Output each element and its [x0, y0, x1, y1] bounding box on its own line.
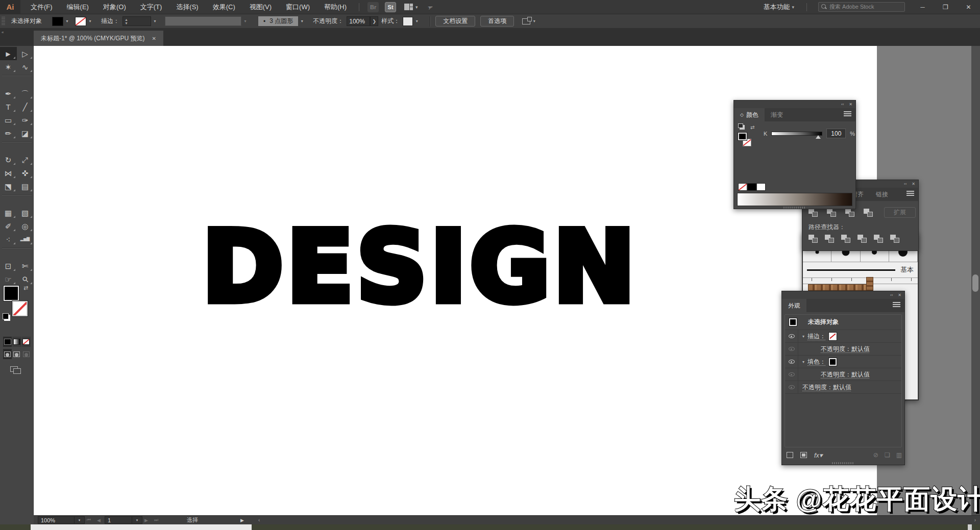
shape-builder-tool[interactable]: ⬔	[0, 180, 17, 193]
pathfinder-close-icon[interactable]: ✕	[912, 182, 915, 186]
tab-gradient[interactable]: 渐变	[765, 108, 789, 121]
horizontal-scrollbar-thumb[interactable]	[31, 524, 252, 530]
stroke-weight-stepper[interactable]: ▲▼	[122, 16, 151, 26]
opacity-expand-icon[interactable]: ❯	[370, 16, 378, 26]
divide-icon[interactable]	[808, 235, 818, 243]
curvature-tool[interactable]: ⌒	[17, 87, 34, 100]
appearance-row-stroke-opacity[interactable]: 不透明度：默认值	[785, 343, 901, 356]
color-swap-icon[interactable]: ⇄	[750, 124, 754, 130]
appearance-resize-grip[interactable]	[832, 462, 854, 464]
blend-tool[interactable]: ◎	[17, 219, 34, 233]
artboard-navigation-chevron-icon[interactable]: ▾	[132, 516, 142, 524]
color-menu-icon[interactable]	[844, 111, 851, 117]
stroke-color-chevron-icon[interactable]: ▾	[86, 17, 94, 26]
screen-mode-button[interactable]	[10, 366, 21, 374]
appearance-row-opacity[interactable]: 不透明度：默认值	[785, 381, 901, 394]
swap-fill-stroke-icon[interactable]: ⇄	[23, 285, 28, 291]
scale-tool[interactable]: ⤢	[17, 153, 34, 166]
direct-selection-tool[interactable]: ▷	[17, 47, 34, 60]
toolbar-collapse-icon[interactable]: ‹‹	[2, 30, 3, 35]
white-swatch[interactable]	[756, 183, 766, 191]
restore-button[interactable]: ❐	[934, 0, 957, 14]
chevron-down-icon[interactable]: ▾	[802, 360, 804, 364]
k-slider-thumb[interactable]	[816, 135, 821, 139]
document-setup-button[interactable]: 文档设置	[435, 16, 475, 27]
eyedropper-tool[interactable]: ✐	[0, 219, 17, 233]
tab-color[interactable]: ◇ 颜色	[734, 108, 765, 121]
type-tool[interactable]: T	[0, 100, 17, 113]
perspective-grid-tool[interactable]: ▤	[17, 180, 34, 193]
zoom-level-chevron-icon[interactable]: ▾	[75, 516, 85, 524]
brush-definition-select[interactable]: • 3 点圆形	[258, 16, 298, 26]
rectangle-tool[interactable]: ▭	[0, 113, 17, 127]
puppet-warp-tool[interactable]: ✜	[17, 166, 34, 180]
intersect-icon[interactable]	[845, 209, 854, 217]
fill-color-box[interactable]	[4, 286, 19, 301]
minus-front-icon[interactable]	[827, 209, 836, 217]
menu-select[interactable]: 选择(S)	[169, 0, 205, 14]
workspace-switcher[interactable]: 基本功能 ▾	[758, 3, 801, 12]
add-new-fill-icon[interactable]	[800, 452, 807, 458]
appearance-row-object[interactable]: 未选择对象	[785, 315, 901, 330]
draw-inside-button[interactable]	[22, 349, 31, 359]
tab-links[interactable]: 链接	[870, 188, 894, 201]
mesh-tool[interactable]: ▦	[0, 206, 17, 219]
bridge-button[interactable]: Br	[368, 2, 379, 12]
color-fill-swatch[interactable]	[738, 133, 747, 140]
default-fill-stroke-icon[interactable]	[3, 313, 9, 319]
exclude-icon[interactable]	[864, 209, 873, 217]
visibility-cell[interactable]	[785, 381, 798, 393]
stroke-color-box[interactable]	[12, 301, 28, 316]
pen-tool[interactable]: ✒	[0, 87, 17, 100]
gradient-button[interactable]	[12, 337, 21, 347]
artboard-options-icon[interactable]	[522, 18, 530, 24]
add-new-stroke-icon[interactable]	[787, 452, 793, 458]
draw-behind-button[interactable]	[12, 349, 21, 359]
appearance-row-fill[interactable]: ▾ 填色：	[785, 356, 901, 368]
outline-icon[interactable]	[874, 235, 883, 243]
k-value-input[interactable]: 100	[826, 129, 846, 138]
close-button[interactable]: ✕	[957, 0, 980, 14]
next-artboard-icon[interactable]: ▶	[144, 518, 150, 523]
rotate-tool[interactable]: ↻	[0, 153, 17, 166]
appearance-row-stroke[interactable]: ▾ 描边：	[785, 330, 901, 343]
visibility-cell[interactable]	[785, 368, 798, 381]
color-resize-grip[interactable]	[783, 207, 806, 209]
artwork-text[interactable]: DESIGN	[202, 210, 639, 324]
trim-icon[interactable]	[825, 235, 834, 243]
merge-icon[interactable]	[841, 235, 850, 243]
menu-file[interactable]: 文件(F)	[23, 0, 60, 14]
first-artboard-icon[interactable]: ⏮	[87, 517, 93, 523]
color-collapse-icon[interactable]: ‹‹	[841, 102, 844, 107]
arrange-documents-icon[interactable]	[404, 4, 413, 11]
menu-view[interactable]: 视图(V)	[242, 0, 279, 14]
variable-width-profile-select[interactable]	[165, 16, 241, 26]
document-tab[interactable]: 未标题-1* @ 100% (CMYK/GPU 预览) ✕	[34, 31, 163, 46]
variable-width-chevron-icon[interactable]: ▾	[241, 17, 249, 26]
artboard-tool[interactable]: ⊡	[0, 259, 17, 272]
stroke-none-swatch[interactable]	[829, 333, 837, 340]
selection-tool[interactable]: ►	[0, 47, 17, 60]
scroll-left-icon[interactable]: ‹	[258, 517, 260, 523]
add-effect-icon[interactable]: fx▾	[814, 451, 823, 459]
k-slider[interactable]	[771, 132, 822, 136]
draw-normal-button[interactable]	[3, 349, 12, 359]
mini-fill-stroke-icon[interactable]	[738, 123, 743, 128]
line-segment-tool[interactable]: ╱	[17, 100, 34, 113]
shaper-tool[interactable]: ✏	[0, 127, 17, 140]
opacity-input[interactable]: 100%	[347, 16, 370, 26]
pathfinder-collapse-icon[interactable]: ‹‹	[904, 182, 906, 186]
menu-type[interactable]: 文字(T)	[133, 0, 169, 14]
stock-button[interactable]: St	[385, 2, 396, 12]
clear-appearance-icon[interactable]: ⊘	[873, 451, 878, 459]
style-chevron-icon[interactable]: ▾	[413, 17, 421, 26]
arrange-documents-chevron-icon[interactable]: ▾	[415, 5, 418, 10]
previous-artboard-icon[interactable]: ◀	[97, 518, 103, 523]
status-expand-icon[interactable]: ▶	[240, 518, 244, 523]
unite-icon[interactable]	[808, 209, 818, 217]
stock-search-input[interactable]: 搜索 Adobe Stock	[818, 2, 905, 12]
paintbrush-tool[interactable]: ✑	[17, 113, 34, 127]
minus-back-icon[interactable]	[890, 235, 899, 243]
column-graph-tool[interactable]: ▂▅▇	[17, 233, 34, 246]
vertical-scrollbar-thumb[interactable]	[972, 274, 978, 292]
